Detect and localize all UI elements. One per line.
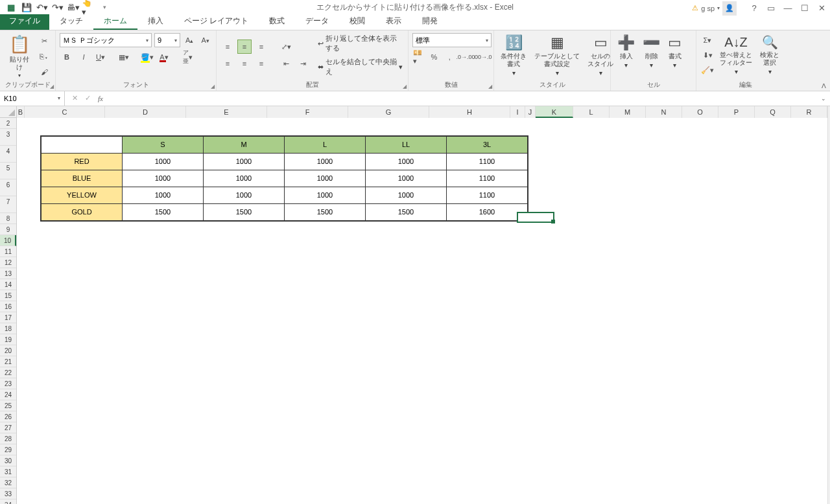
tab-view[interactable]: 表示 [375,12,412,30]
row-header-7[interactable]: 7 [0,196,16,213]
active-cell[interactable] [517,212,554,223]
phonetic-button[interactable]: ア亜▾ [180,50,195,64]
row-header-16[interactable]: 16 [0,301,16,312]
row-header-5[interactable]: 5 [0,163,16,179]
row-header-18[interactable]: 18 [0,323,16,334]
cut-button[interactable]: ✂ [37,34,51,48]
tab-data[interactable]: データ [295,12,339,30]
table-cell[interactable]: 1000 [285,187,366,203]
sort-filter-button[interactable]: A↓Z並べ替えと フィルター▾ [717,33,755,77]
align-center-button[interactable]: ≡ [237,56,252,71]
fill-color-button[interactable]: 🪣▾ [140,50,154,64]
table-cell[interactable]: 1100 [447,153,528,170]
table-cell[interactable]: 1000 [366,187,447,203]
table-cell[interactable]: 1100 [447,170,528,187]
table-cell[interactable]: 1500 [366,203,447,220]
tab-insert[interactable]: 挿入 [137,12,174,30]
font-color-button[interactable]: A▾ [157,50,171,64]
row-header-17[interactable]: 17 [0,312,16,323]
tab-touch[interactable]: タッチ [49,12,93,30]
row-header-31[interactable]: 31 [0,466,16,477]
table-cell[interactable]: 1100 [447,187,528,203]
dialog-launcher-icon[interactable]: ◢ [211,84,215,89]
accounting-format-button[interactable]: 💴▾ [412,50,425,64]
col-header-B[interactable]: B [17,106,25,118]
grow-font-button[interactable]: A▴ [183,33,196,47]
table-col-header[interactable]: S [123,136,204,153]
row-header-32[interactable]: 32 [0,477,16,488]
font-name-combo[interactable]: ＭＳ Ｐゴシック▾ [60,33,152,47]
decrease-indent-button[interactable]: ⇤ [279,56,293,71]
underline-button[interactable]: U▾ [93,50,108,64]
row-header-4[interactable]: 4 [0,146,16,163]
align-right-button[interactable]: ≡ [254,56,268,71]
worksheet-grid[interactable]: BCDEFGHIJKLMNOPQR 2345678910111213141516… [0,106,830,504]
format-cells-button[interactable]: ▭書式▾ [665,33,684,71]
table-cell[interactable]: 1000 [204,153,285,170]
dialog-launcher-icon[interactable]: ◢ [403,84,407,89]
row-header-19[interactable]: 19 [0,334,16,345]
table-cell[interactable]: 1000 [123,153,204,170]
row-header-15[interactable]: 15 [0,290,16,301]
increase-decimal-button[interactable]: .0→.00 [458,50,473,64]
align-top-button[interactable]: ≡ [220,40,235,54]
undo-button[interactable]: ↶▾ [35,0,49,14]
table-cell[interactable]: 1000 [366,153,447,170]
align-left-button[interactable]: ≡ [220,56,235,71]
bold-button[interactable]: B [60,50,74,64]
decrease-decimal-button[interactable]: .00→.0 [475,50,490,64]
dialog-launcher-icon[interactable]: ◢ [50,84,54,89]
col-header-G[interactable]: G [348,106,429,118]
tab-review[interactable]: 校閲 [339,12,375,30]
row-header-29[interactable]: 29 [0,444,16,455]
table-cell[interactable]: 1500 [123,203,204,220]
table-cell[interactable]: 1500 [285,203,366,220]
maximize-button[interactable]: ☐ [796,1,813,16]
col-header-Q[interactable]: Q [755,106,791,118]
copy-button[interactable]: ⎘▾ [37,49,51,63]
table-corner[interactable] [42,136,123,153]
table-col-header[interactable]: LL [366,136,447,153]
row-header-23[interactable]: 23 [0,378,16,389]
collapse-ribbon-button[interactable]: ᐱ [822,82,826,89]
table-col-header[interactable]: 3L [447,136,528,153]
borders-button[interactable]: ▦▾ [117,50,131,64]
col-header-R[interactable]: R [791,106,827,118]
row-header-27[interactable]: 27 [0,422,16,433]
col-header-L[interactable]: L [573,106,610,118]
vertical-scrollbar[interactable]: ▲ ▼ [827,106,830,504]
dialog-launcher-icon[interactable]: ◢ [488,84,492,89]
row-header-20[interactable]: 20 [0,345,16,356]
col-header-H[interactable]: H [429,106,510,118]
row-header-9[interactable]: 9 [0,224,16,235]
insert-cells-button[interactable]: ➕挿入▾ [615,33,637,71]
delete-cells-button[interactable]: ➖削除▾ [640,33,663,71]
table-row-header[interactable]: GOLD [42,203,123,220]
row-header-6[interactable]: 6 [0,179,16,196]
name-box[interactable]: K10▾ [0,91,65,106]
row-header-22[interactable]: 22 [0,367,16,378]
minimize-button[interactable]: — [779,1,796,16]
shrink-font-button[interactable]: A▾ [198,33,212,47]
help-button[interactable]: ? [746,1,763,16]
row-header-33[interactable]: 33 [0,488,16,499]
column-headers[interactable]: BCDEFGHIJKLMNOPQR [17,106,827,118]
user-account[interactable]: ⚠ g sp ▾ 👤 [692,1,737,16]
autosum-button[interactable]: Σ▾ [700,33,715,47]
col-header-C[interactable]: C [25,106,105,118]
comma-button[interactable]: , [443,50,456,64]
find-select-button[interactable]: 🔍検索と 選択▾ [757,33,782,77]
row-header-30[interactable]: 30 [0,455,16,466]
percent-button[interactable]: % [428,50,441,64]
select-all-button[interactable] [0,106,17,118]
table-col-header[interactable]: L [285,136,366,153]
enter-formula-button[interactable]: ✓ [82,94,93,102]
font-size-combo[interactable]: 9▾ [154,33,180,47]
table-cell[interactable]: 1000 [285,153,366,170]
format-painter-button[interactable]: 🖌 [37,65,51,79]
align-middle-button[interactable]: ≡ [237,40,252,54]
insert-function-button[interactable]: fx [95,95,106,102]
table-cell[interactable]: 1000 [204,170,285,187]
merge-center-button[interactable]: ⬌セルを結合して中央揃え ▾ [316,56,404,77]
clear-button[interactable]: 🧹▾ [700,63,715,77]
